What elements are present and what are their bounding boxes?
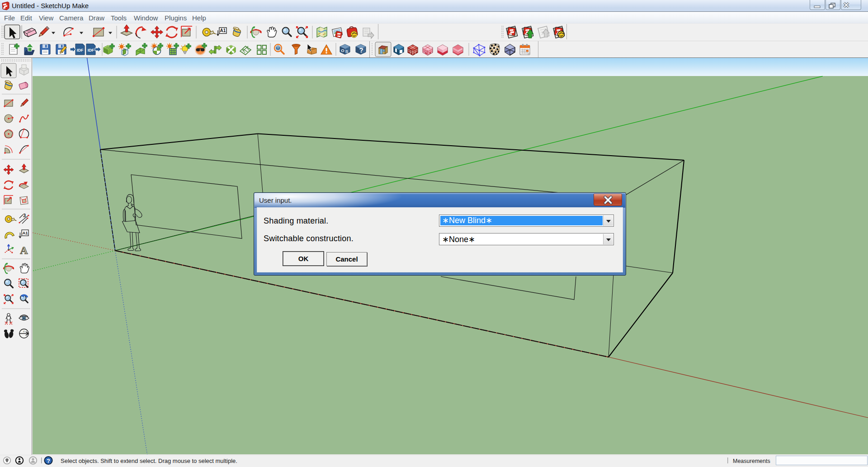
svg-text:?: ? — [47, 457, 50, 464]
